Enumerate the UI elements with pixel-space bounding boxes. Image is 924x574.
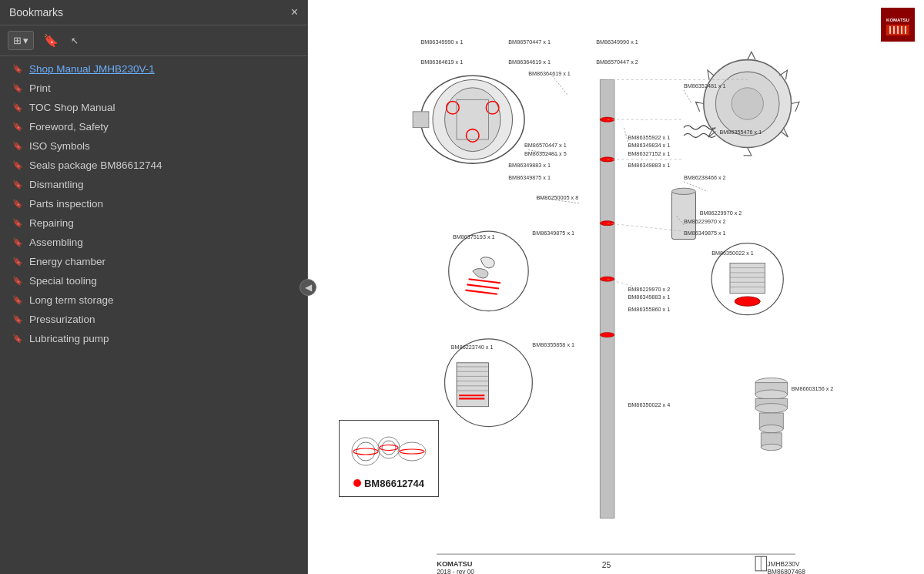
bookmark-icon: 🔖	[12, 180, 23, 190]
bookmark-item-assembling[interactable]: 🔖Assembling	[0, 233, 307, 252]
dropdown-arrow-icon: ▾	[23, 35, 28, 46]
svg-text:BM86355860 x 1: BM86355860 x 1	[628, 306, 671, 313]
svg-text:BM86352481 x 5: BM86352481 x 5	[524, 150, 567, 157]
bookmark-item-repairing[interactable]: 🔖Repairing	[0, 213, 307, 233]
bookmark-icon: 🔖	[12, 64, 23, 74]
svg-text:BM86327152 x 1: BM86327152 x 1	[628, 150, 671, 157]
bookmark-label: Pressurization	[29, 314, 95, 325]
bookmark-item-special-tooling[interactable]: 🔖Special tooling	[0, 271, 307, 290]
svg-point-63	[755, 390, 787, 399]
bookmark-item-shop-manual[interactable]: 🔖Shop Manual JMHB230V-1	[0, 59, 307, 79]
bookmark-label: Shop Manual JMHB230V-1	[29, 63, 155, 75]
svg-rect-22	[413, 112, 429, 128]
svg-text:25: 25	[602, 561, 611, 569]
menu-dropdown-button[interactable]: ⊞ ▾	[8, 31, 34, 50]
bookmark-item-seals-package[interactable]: 🔖Seals package BM86612744	[0, 156, 307, 175]
list-icon: ⊞	[13, 35, 22, 46]
bookmark-label: TOC Shop Manual	[29, 102, 116, 113]
bookmark-item-parts-inspection[interactable]: 🔖Parts inspection	[0, 194, 307, 213]
bookmark-item-foreword[interactable]: 🔖Foreword, Safety	[0, 117, 307, 136]
bookmark-icon: 🔖	[12, 314, 23, 324]
bookmark-item-long-term-storage[interactable]: 🔖Long term storage	[0, 290, 307, 310]
svg-point-112	[357, 442, 375, 461]
svg-point-59	[735, 297, 760, 306]
bookmark-new-button[interactable]: 🔖	[38, 30, 63, 51]
bookmark-icon: 🔖	[12, 295, 23, 305]
cursor-icon: ↖	[71, 35, 79, 46]
bookmark-label: Special tooling	[29, 275, 97, 287]
svg-point-114	[382, 441, 396, 455]
svg-text:BM86349875 x 1: BM86349875 x 1	[508, 174, 551, 181]
svg-text:BM86570447 x 1: BM86570447 x 1	[524, 142, 567, 149]
svg-text:BM86238466 x 2: BM86238466 x 2	[684, 174, 726, 181]
bookmark-icon: 🔖	[12, 141, 23, 151]
svg-point-31	[600, 332, 614, 337]
svg-point-65	[755, 404, 787, 413]
chevron-left-icon: ◀	[305, 282, 312, 293]
bookmark-label: ISO Symbols	[29, 140, 90, 152]
svg-text:BM86250005 x 8: BM86250005 x 8	[537, 194, 579, 201]
svg-text:BM86570447 x 2: BM86570447 x 2	[596, 59, 638, 65]
panel-header: Bookmarks ×	[0, 0, 307, 25]
svg-text:BM86349883 x 1: BM86349883 x 1	[628, 162, 671, 169]
svg-text:BM86229970 x 2: BM86229970 x 2	[628, 286, 671, 293]
svg-text:2018 - rev 00: 2018 - rev 00	[437, 569, 474, 574]
bookmark-item-lubricating-pump[interactable]: 🔖Lubricating pump	[0, 329, 307, 348]
svg-text:BM86375193 x 1: BM86375193 x 1	[453, 233, 495, 240]
bookmark-item-print[interactable]: 🔖Print	[0, 79, 307, 98]
seal-package-box: BM86612744	[339, 420, 439, 497]
bookmark-icon: 🔖	[12, 334, 23, 344]
svg-point-29	[600, 221, 614, 226]
svg-text:BM86229970 x 2: BM86229970 x 2	[700, 210, 742, 217]
bookmark-label: Long term storage	[29, 294, 114, 306]
svg-text:BM86352481 x 1: BM86352481 x 1	[684, 82, 726, 89]
svg-text:BM86229970 x 2: BM86229970 x 2	[684, 218, 726, 225]
bookmarks-toolbar: ⊞ ▾ 🔖 ↖	[0, 25, 307, 56]
svg-point-113	[378, 437, 400, 458]
close-panel-button[interactable]: ×	[291, 6, 298, 18]
svg-text:BM86570447 x 1: BM86570447 x 1	[508, 39, 551, 45]
collapse-panel-button[interactable]: ◀	[300, 279, 316, 296]
svg-text:BM86355922 x 1: BM86355922 x 1	[628, 134, 671, 141]
svg-point-25	[732, 88, 763, 119]
bookmark-item-energy-chamber[interactable]: 🔖Energy chamber	[0, 252, 307, 271]
bookmark-label: Lubricating pump	[29, 333, 109, 344]
bookmark-add-icon: 🔖	[43, 34, 59, 47]
seal-part-number: BM86612744	[364, 478, 424, 489]
bookmark-icon: 🔖	[12, 102, 23, 112]
svg-text:BM86364619 x 1: BM86364619 x 1	[508, 59, 551, 65]
bookmark-label: Parts inspection	[29, 198, 103, 210]
bookmark-icon: 🔖	[12, 160, 23, 170]
bookmark-label: Assembling	[29, 237, 83, 248]
svg-text:BM86223740 x 1: BM86223740 x 1	[451, 344, 494, 351]
bookmark-item-iso-symbols[interactable]: 🔖ISO Symbols	[0, 136, 307, 156]
bookmark-item-toc-shop-manual[interactable]: 🔖TOC Shop Manual	[0, 98, 307, 117]
svg-point-111	[352, 438, 380, 465]
bookmark-item-pressurization[interactable]: 🔖Pressurization	[0, 310, 307, 329]
svg-text:BM86350022 x 4: BM86350022 x 4	[628, 401, 671, 408]
svg-text:BM86349875 x 1: BM86349875 x 1	[684, 230, 726, 237]
bookmark-label: Energy chamber	[29, 256, 105, 267]
bookmark-icon: 🔖	[12, 122, 23, 132]
svg-text:KOMATSU: KOMATSU	[437, 560, 473, 568]
bookmark-label: Repairing	[29, 217, 74, 229]
svg-text:BM86349883 x 1: BM86349883 x 1	[508, 162, 551, 169]
svg-point-117	[380, 445, 398, 450]
svg-rect-42	[457, 363, 488, 407]
seal-indicator-dot	[353, 479, 361, 487]
svg-point-69	[761, 444, 782, 450]
svg-text:BM86807468: BM86807468	[768, 569, 806, 574]
bookmark-icon: 🔖	[12, 218, 23, 228]
svg-text:JMHB230V: JMHB230V	[768, 561, 800, 568]
svg-text:BM86349883 x 1: BM86349883 x 1	[628, 294, 671, 300]
bookmark-item-dismantling[interactable]: 🔖Dismantling	[0, 175, 307, 194]
bookmark-label: Print	[29, 82, 51, 94]
svg-text:BM86349990 x 1: BM86349990 x 1	[596, 39, 638, 45]
svg-text:BM86364619 x 1: BM86364619 x 1	[528, 70, 571, 77]
svg-point-118	[400, 449, 424, 454]
bookmarks-list: 🔖Shop Manual JMHB230V-1🔖Print🔖TOC Shop M…	[0, 56, 307, 574]
svg-text:BM86349990 x 1: BM86349990 x 1	[420, 39, 463, 45]
pdf-page: KOMATSU BM86349990 x 1 BM86570447 x 1 BM…	[308, 0, 924, 574]
svg-text:BM86349834 x 1: BM86349834 x 1	[628, 142, 671, 149]
bookmark-icon: 🔖	[12, 257, 23, 267]
